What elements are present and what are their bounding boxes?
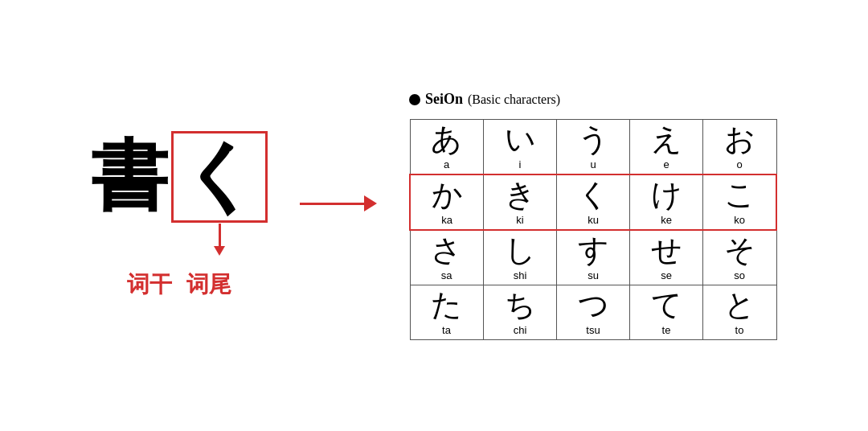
hiragana-table: あaいiうuえeおoかkaきkiくkuけkeこkoさsaしshiすsuせseそs… <box>409 119 777 339</box>
romanization: a <box>444 158 449 170</box>
table-cell: しshi <box>484 230 557 285</box>
cell-pair: そso <box>703 231 776 285</box>
cell-pair: うu <box>557 120 629 174</box>
cell-pair: せse <box>630 231 702 285</box>
table-cell: そso <box>703 230 777 285</box>
cell-pair: あa <box>411 120 483 174</box>
cell-pair: おo <box>703 120 776 174</box>
cell-pair: てte <box>630 285 702 339</box>
cell-pair: くku <box>557 175 629 229</box>
arrow-right-line <box>300 203 364 205</box>
ka-row: かkaきkiくkuけkeこko <box>410 174 776 230</box>
ta-row: たtaちchiつtsuてteとto <box>410 285 776 339</box>
romanization: to <box>735 324 744 336</box>
table-cell: ちchi <box>484 285 557 339</box>
arrow-down-indicator <box>214 224 225 256</box>
romanization: ku <box>588 214 599 226</box>
table-cell: えe <box>630 120 703 174</box>
arrow-down-line <box>219 224 221 246</box>
hiragana-char: せ <box>651 234 682 268</box>
hiragana-char: き <box>505 179 536 212</box>
cell-pair: とto <box>703 285 776 339</box>
cell-pair: たta <box>411 285 483 339</box>
romanization: shi <box>514 269 527 281</box>
cell-pair: けke <box>630 175 702 229</box>
label-ending: 词尾 <box>186 269 231 300</box>
hiragana-char: か <box>432 179 463 212</box>
cell-pair: ちchi <box>484 285 556 339</box>
table-cell: せse <box>630 230 703 285</box>
hiragana-char: ち <box>505 289 536 322</box>
right-side: SeiOn (Basic characters) あaいiうuえeおoかkaきk… <box>409 91 777 339</box>
romanization: te <box>662 324 671 336</box>
seion-name: SeiOn <box>425 91 463 108</box>
hiragana-char: す <box>578 234 609 268</box>
table-cell: とto <box>703 285 777 339</box>
romanization: sa <box>441 269 452 281</box>
hiragana-char: つ <box>578 289 609 322</box>
romanization: su <box>588 269 599 281</box>
table-cell: すsu <box>557 230 630 285</box>
romanization: ke <box>661 214 672 226</box>
romanization: ta <box>442 324 451 336</box>
kanji-ku: く <box>180 138 259 216</box>
cell-pair: きki <box>484 175 556 229</box>
table-cell: こko <box>703 174 777 230</box>
table-cell: かka <box>410 174 484 230</box>
cell-pair: えe <box>630 120 702 174</box>
main-container: 書 く 词干 词尾 SeiOn (Basic characters) <box>43 75 825 355</box>
table-cell: たta <box>410 285 484 339</box>
arrow-right-container <box>300 195 377 211</box>
table-cell: つtsu <box>557 285 630 339</box>
label-stem: 词干 <box>127 269 172 300</box>
kanji-row: 書 く <box>91 131 268 223</box>
bullet-icon <box>409 94 420 105</box>
hiragana-char: た <box>431 289 462 322</box>
cell-pair: こko <box>703 175 776 229</box>
cell-pair: かka <box>411 175 483 229</box>
hiragana-char: お <box>724 123 755 157</box>
cell-pair: さsa <box>411 231 483 285</box>
romanization: ko <box>734 214 745 226</box>
hiragana-char: そ <box>724 234 755 268</box>
hiragana-char: け <box>651 179 682 212</box>
romanization: so <box>734 269 745 281</box>
kanji-ku-box: く <box>171 131 268 223</box>
arrow-right-head <box>364 195 377 211</box>
table-cell: おo <box>703 120 777 174</box>
hiragana-char: あ <box>431 123 462 157</box>
romanization: ka <box>441 214 452 226</box>
hiragana-char: い <box>505 123 536 157</box>
romanization: o <box>736 158 742 170</box>
hiragana-char: さ <box>431 234 462 268</box>
hiragana-char: う <box>578 123 609 157</box>
table-cell: あa <box>410 120 484 174</box>
hiragana-char: こ <box>724 179 755 212</box>
left-side: 書 く 词干 词尾 <box>91 131 268 300</box>
hiragana-char: と <box>724 289 755 322</box>
table-cell: てte <box>630 285 703 339</box>
hiragana-char: て <box>651 289 682 322</box>
labels-row: 词干 词尾 <box>127 269 231 300</box>
hiragana-char: し <box>505 234 536 268</box>
romanization: tsu <box>586 324 600 336</box>
cell-pair: いi <box>484 120 556 174</box>
sa-row: さsaしshiすsuせseそso <box>410 230 776 285</box>
table-cell: けke <box>630 174 703 230</box>
romanization: ki <box>516 214 523 226</box>
romanization: chi <box>514 324 527 336</box>
cell-pair: しshi <box>484 231 556 285</box>
table-cell: きki <box>484 174 557 230</box>
cell-pair: つtsu <box>557 285 629 339</box>
table-cell: うu <box>557 120 630 174</box>
a-row: あaいiうuえeおo <box>410 120 776 174</box>
kanji-sho: 書 <box>91 138 168 216</box>
seion-title: SeiOn (Basic characters) <box>409 91 777 108</box>
cell-pair: すsu <box>557 231 629 285</box>
table-cell: さsa <box>410 230 484 285</box>
hiragana-char: え <box>651 123 682 157</box>
arrow-down-head <box>214 246 225 256</box>
hiragana-char: く <box>578 179 609 212</box>
romanization: e <box>663 158 669 170</box>
table-cell: くku <box>557 174 630 230</box>
